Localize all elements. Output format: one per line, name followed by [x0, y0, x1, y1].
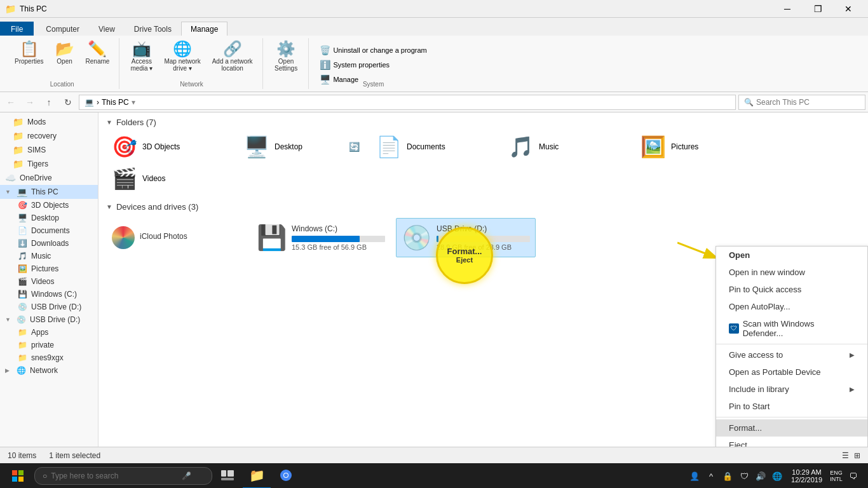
- sidebar-item-sims[interactable]: 📁 SIMS: [0, 143, 98, 157]
- sidebar-item-recovery[interactable]: 📁 recovery: [0, 129, 98, 143]
- folders-arrow[interactable]: ▼: [106, 119, 112, 126]
- tray-notification[interactable]: 🗨: [845, 463, 860, 488]
- ctx-pin-start[interactable]: Pin to Start: [716, 398, 867, 415]
- apps-icon: 📁: [18, 328, 27, 337]
- sidebar-item-desktop[interactable]: 🖥️ Desktop: [0, 212, 98, 224]
- tray-lang[interactable]: ENG INTL: [829, 463, 844, 488]
- path-separator: ›: [97, 98, 99, 107]
- tab-drive-tools[interactable]: Drive Tools: [125, 22, 181, 36]
- ctx-format[interactable]: Format...: [716, 419, 867, 437]
- sidebar-label-windows-c: Windows (C:): [31, 290, 77, 299]
- address-bar: ← → ↑ ↻ 💻 › This PC ▾ 🔍: [0, 92, 868, 112]
- folder-pictures[interactable]: 🖼️ Pictures: [635, 133, 762, 160]
- mods-icon: 📁: [13, 117, 24, 127]
- drive-icloud[interactable]: iCloud Photos: [106, 218, 246, 257]
- tab-file[interactable]: File: [0, 22, 34, 36]
- tray-clock[interactable]: 10:29 AM 12/2/2019: [786, 468, 827, 484]
- sidebar-item-pictures[interactable]: 🖼️ Pictures: [0, 262, 98, 275]
- devices-section-header: ▼ Devices and drives (3): [106, 202, 860, 212]
- taskbar-file-explorer[interactable]: 📁: [243, 463, 271, 488]
- sidebar-item-this-pc[interactable]: ▼ 💻 This PC: [0, 185, 98, 199]
- ctx-give-access[interactable]: Give access to ▶: [716, 346, 867, 363]
- drive-windows-c[interactable]: 💾 Windows (C:) 15.3 GB free of 56.9 GB: [251, 218, 391, 257]
- ctx-scan-defender[interactable]: 🛡 Scan with Windows Defender...: [716, 315, 867, 342]
- system-properties-button[interactable]: ℹ️ System properties: [316, 58, 430, 72]
- map-network-icon: 🌐: [173, 41, 192, 57]
- sidebar-item-videos[interactable]: 🎬 Videos: [0, 275, 98, 288]
- folder-videos[interactable]: 🎬 Videos: [106, 165, 233, 192]
- 3d-objects-icon: 🎯: [18, 201, 27, 210]
- back-button[interactable]: ←: [3, 95, 19, 110]
- ctx-open-portable[interactable]: Open as Portable Device: [716, 363, 867, 381]
- tab-manage[interactable]: Manage: [181, 22, 227, 36]
- tab-view[interactable]: View: [89, 22, 125, 36]
- open-button[interactable]: 📂 Open: [51, 39, 79, 67]
- sidebar-item-usb-d1[interactable]: 💿 USB Drive (D:): [0, 301, 98, 313]
- view-icon-1[interactable]: ☰: [842, 451, 849, 460]
- minimize-button[interactable]: ─: [773, 0, 802, 18]
- tray-network[interactable]: 🌐: [770, 463, 785, 488]
- tray-network-status[interactable]: 🔒: [720, 463, 735, 488]
- ctx-open[interactable]: Open: [716, 247, 867, 264]
- ribbon-tabs: File Computer View Drive Tools Manage: [0, 18, 868, 36]
- sidebar-item-apps[interactable]: 📁 Apps: [0, 326, 98, 339]
- sidebar-item-usb-d2[interactable]: ▼ 💿 USB Drive (D:): [0, 313, 98, 326]
- ctx-include-library[interactable]: Include in library ▶: [716, 381, 867, 398]
- taskbar-task-view[interactable]: [214, 463, 241, 488]
- sidebar-item-mods[interactable]: 📁 Mods: [0, 115, 98, 129]
- tray-chevron[interactable]: ^: [703, 463, 719, 488]
- windows-logo-icon: [12, 470, 24, 482]
- sidebar-item-music[interactable]: 🎵 Music: [0, 250, 98, 262]
- taskbar-search-input[interactable]: [51, 471, 178, 480]
- folder-pictures-icon: 🖼️: [641, 137, 666, 157]
- sidebar-item-windows-c[interactable]: 💾 Windows (C:): [0, 288, 98, 301]
- ctx-sep-2: [716, 417, 867, 417]
- sidebar-item-documents[interactable]: 📄 Documents: [0, 224, 98, 237]
- windows-c-bar-container: [292, 236, 385, 242]
- search-input[interactable]: [756, 98, 860, 107]
- sidebar-item-snes9xgx[interactable]: 📁 snes9xgx: [0, 351, 98, 364]
- properties-button[interactable]: 📋 Properties: [10, 39, 48, 67]
- tab-computer[interactable]: Computer: [36, 22, 89, 36]
- sidebar-item-onedrive[interactable]: ☁️ OneDrive: [0, 171, 98, 185]
- tray-people[interactable]: 👤: [687, 463, 702, 488]
- ribbon-group-settings: ⚙️ OpenSettings: [264, 38, 309, 89]
- map-network-button[interactable]: 🌐 Map networkdrive ▾: [159, 39, 205, 74]
- tray-speaker[interactable]: 🔊: [753, 463, 768, 488]
- view-icon-2[interactable]: ⊞: [854, 451, 860, 460]
- tray-security[interactable]: 🛡: [736, 463, 752, 488]
- forward-button[interactable]: →: [22, 95, 38, 110]
- add-network-button[interactable]: 🔗 Add a networklocation: [208, 39, 257, 74]
- folder-music[interactable]: 🎵 Music: [503, 133, 630, 160]
- close-button[interactable]: ✕: [834, 0, 863, 18]
- taskbar-chrome[interactable]: [272, 463, 300, 488]
- folder-3d-objects[interactable]: 🎯 3D Objects: [106, 133, 233, 160]
- refresh-button[interactable]: ↻: [60, 95, 76, 110]
- rename-button[interactable]: ✏️ Rename: [81, 39, 114, 67]
- sidebar-item-downloads[interactable]: ⬇️ Downloads: [0, 237, 98, 250]
- windows-c-drive-name: Windows (C:): [292, 224, 385, 233]
- access-media-button[interactable]: 📺 Accessmedia ▾: [126, 39, 157, 74]
- search-box[interactable]: 🔍: [738, 95, 865, 110]
- maximize-button[interactable]: ❐: [803, 0, 832, 18]
- system-label: System: [363, 81, 384, 88]
- ctx-sep-1: [716, 344, 867, 344]
- sidebar-item-tigers[interactable]: 📁 Tigers: [0, 157, 98, 171]
- sidebar-item-3d-objects[interactable]: 🎯 3D Objects: [0, 199, 98, 212]
- ctx-open-autoplay[interactable]: Open AutoPlay...: [716, 298, 867, 315]
- ctx-open-new-window[interactable]: Open in new window: [716, 264, 867, 281]
- sidebar-item-private[interactable]: 📁 private: [0, 339, 98, 351]
- microphone-icon[interactable]: 🎤: [182, 471, 191, 480]
- taskbar-search[interactable]: ○ 🎤: [34, 467, 212, 485]
- open-settings-button[interactable]: ⚙️ OpenSettings: [270, 39, 302, 74]
- folder-desktop[interactable]: 🖥️ Desktop 🔄: [238, 133, 365, 160]
- uninstall-button[interactable]: 🗑️ Uninstall or change a program: [316, 43, 430, 57]
- devices-arrow[interactable]: ▼: [106, 203, 112, 210]
- ctx-eject[interactable]: Eject: [716, 437, 867, 447]
- ctx-pin-quick[interactable]: Pin to Quick access: [716, 281, 867, 298]
- sidebar-item-network[interactable]: ▶ 🌐 Network: [0, 364, 98, 377]
- folder-documents[interactable]: 📄 Documents: [370, 133, 498, 160]
- start-button[interactable]: [3, 463, 33, 488]
- address-path[interactable]: 💻 › This PC ▾: [79, 95, 736, 110]
- up-button[interactable]: ↑: [41, 95, 57, 110]
